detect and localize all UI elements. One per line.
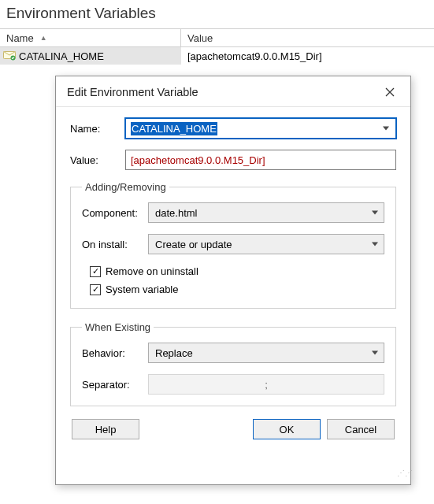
system-variable-label: System variable xyxy=(106,284,178,295)
separator-row: Separator: ; xyxy=(82,374,384,395)
on-install-select-value: Create or update xyxy=(148,234,384,254)
edit-env-var-dialog: Edit Environment Variable Name: CATALINA… xyxy=(55,76,411,485)
dialog-body: Name: CATALINA_HOME Value: [apachetomcat… xyxy=(56,107,410,449)
column-header-value[interactable]: Value xyxy=(181,29,434,46)
help-button[interactable]: Help xyxy=(72,419,139,439)
checkbox-icon: ✓ xyxy=(90,284,101,295)
dialog-button-bar: Help OK Cancel xyxy=(70,419,396,439)
component-label: Component: xyxy=(82,207,148,219)
separator-input[interactable]: ; xyxy=(148,374,384,395)
table-row[interactable]: CATALINA_HOME [apachetomcat9.0.0.M15_Dir… xyxy=(0,47,434,65)
envvar-icon xyxy=(3,51,16,61)
separator-input-value: ; xyxy=(148,374,384,395)
remove-on-uninstall-checkbox[interactable]: ✓ Remove on uninstall xyxy=(90,265,384,277)
value-input[interactable]: [apachetomcat9.0.0.M15_Dir] xyxy=(125,150,396,170)
remove-on-uninstall-label: Remove on uninstall xyxy=(106,265,198,277)
on-install-label: On install: xyxy=(82,239,148,250)
value-row: Value: [apachetomcat9.0.0.M15_Dir] xyxy=(70,150,396,170)
column-header-value-label: Value xyxy=(187,32,213,44)
cell-name-text: CATALINA_HOME xyxy=(19,50,104,62)
cell-name: CATALINA_HOME xyxy=(0,47,181,65)
on-install-row: On install: Create or update xyxy=(82,234,384,254)
adding-removing-group: Adding/Removing Component: date.html On … xyxy=(70,181,396,309)
sort-ascending-icon: ▲ xyxy=(40,34,47,42)
component-row: Component: date.html xyxy=(82,202,384,223)
checkbox-icon: ✓ xyxy=(90,266,101,277)
dialog-title: Edit Environment Variable xyxy=(67,86,198,98)
name-value-selected: CATALINA_HOME xyxy=(131,122,217,135)
env-vars-grid: Name ▲ Value CATALINA_HOME [apachetomcat… xyxy=(0,28,434,65)
value-label: Value: xyxy=(70,154,125,166)
ok-button[interactable]: OK xyxy=(253,419,321,439)
on-install-select[interactable]: Create or update xyxy=(148,234,384,254)
when-existing-group: When Existing Behavior: Replace Separato… xyxy=(70,321,396,406)
close-icon[interactable] xyxy=(377,83,402,102)
component-select[interactable]: date.html xyxy=(148,202,384,223)
resize-grip-icon[interactable]: ⋰⋰ xyxy=(397,471,408,482)
name-row: Name: CATALINA_HOME xyxy=(70,118,396,139)
value-input-text: [apachetomcat9.0.0.M15_Dir] xyxy=(131,154,265,166)
page-title: Environment Variables xyxy=(0,0,434,28)
name-combobox[interactable]: CATALINA_HOME xyxy=(125,118,396,139)
when-existing-legend: When Existing xyxy=(82,321,154,333)
system-variable-checkbox[interactable]: ✓ System variable xyxy=(90,284,384,295)
behavior-select[interactable]: Replace xyxy=(148,343,384,363)
cancel-button[interactable]: Cancel xyxy=(327,419,395,439)
behavior-row: Behavior: Replace xyxy=(82,343,384,363)
behavior-select-value: Replace xyxy=(148,343,384,363)
grid-header: Name ▲ Value xyxy=(0,28,434,47)
behavior-label: Behavior: xyxy=(82,347,148,359)
column-header-name-label: Name xyxy=(6,32,34,44)
adding-removing-legend: Adding/Removing xyxy=(82,181,169,193)
cell-value: [apachetomcat9.0.0.M15_Dir] xyxy=(181,49,434,64)
component-select-value: date.html xyxy=(148,202,384,223)
name-label: Name: xyxy=(70,123,125,135)
column-header-name[interactable]: Name ▲ xyxy=(0,29,181,46)
separator-label: Separator: xyxy=(82,379,148,391)
dialog-titlebar: Edit Environment Variable xyxy=(56,76,410,107)
